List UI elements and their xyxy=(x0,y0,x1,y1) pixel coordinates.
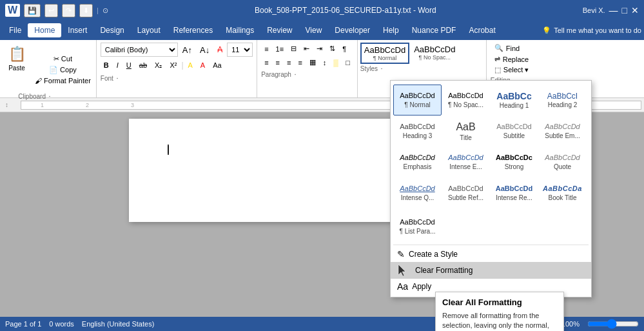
line-spacing-btn[interactable]: ↕ xyxy=(320,57,330,68)
style-cell-book-title[interactable]: AaBbCcDa Book Title xyxy=(538,177,587,208)
replace-btn[interactable]: ⇌ Replace xyxy=(491,54,534,65)
menu-layout[interactable]: Layout xyxy=(131,23,167,37)
style-cell-heading3-label: Heading 3 xyxy=(403,132,433,139)
quick-undo-btn[interactable]: ↩ xyxy=(44,4,58,17)
zoom-slider[interactable] xyxy=(587,319,639,328)
style-cell-emphasis-preview: AaBbCcDd xyxy=(400,154,434,162)
clear-formatting-action[interactable]: Clear Formatting xyxy=(391,262,591,279)
text-highlight-btn[interactable]: A xyxy=(185,58,196,72)
menu-review[interactable]: Review xyxy=(260,23,298,37)
style-normal[interactable]: AaBbCcDd ¶ Normal xyxy=(360,43,409,64)
col-btn[interactable]: ▦ xyxy=(306,56,319,68)
style-cell-emphasis[interactable]: AaBbCcDd Emphasis xyxy=(393,146,442,177)
select-label: Select ▾ xyxy=(503,66,529,74)
clear-formatting-cursor xyxy=(397,265,409,276)
font-row2: B I U ab X₂ X² | A A Aa xyxy=(101,58,253,72)
superscript-btn[interactable]: X² xyxy=(166,58,180,72)
styles-panel: AaBbCcDd ¶ Normal AaBbCcDd ¶ No Spac... … xyxy=(390,80,592,297)
style-cell-heading3[interactable]: AaBbCcDd Heading 3 xyxy=(393,115,442,146)
style-cell-normal[interactable]: AaBbCcDd ¶ Normal xyxy=(393,85,442,115)
maximize-btn[interactable]: □ xyxy=(622,5,627,15)
word-icon: W xyxy=(5,4,20,17)
style-cell-intense-q[interactable]: AaBbCcDd Intense Q... xyxy=(393,177,442,208)
align-left-btn[interactable]: ≡ xyxy=(261,57,271,68)
find-label: Find xyxy=(506,45,520,52)
find-btn[interactable]: 🔍 Find xyxy=(491,43,534,54)
style-cell-intense-e[interactable]: AaBbCcDd Intense E... xyxy=(442,146,490,177)
apply-icon: Aa xyxy=(397,281,408,292)
menu-nuance[interactable]: Nuance PDF xyxy=(405,23,463,37)
style-cell-quote[interactable]: AaBbCcDd Quote xyxy=(538,146,587,177)
font-color-btn[interactable]: A xyxy=(197,58,208,72)
case-btn[interactable]: Aa xyxy=(210,58,224,72)
menu-view[interactable]: View xyxy=(299,23,329,37)
font-family-select[interactable]: Calibri (Body) xyxy=(101,43,178,57)
bold-btn[interactable]: B xyxy=(101,58,112,72)
borders-btn[interactable]: □ xyxy=(342,57,353,68)
menu-mailings[interactable]: Mailings xyxy=(219,23,260,37)
customize-qat-btn[interactable]: ⬇ xyxy=(79,4,93,17)
sort-btn[interactable]: ⇅ xyxy=(326,43,338,55)
show-marks-btn[interactable]: ¶ xyxy=(339,43,349,55)
style-cell-heading1[interactable]: AaBbCc Heading 1 xyxy=(490,85,538,115)
create-style-action[interactable]: ✎ Create a Style xyxy=(391,246,591,262)
copy-btn[interactable]: 📄 Copy xyxy=(32,65,93,75)
tooltip-text: Remove all formatting from the selection… xyxy=(442,311,557,331)
minimize-btn[interactable]: — xyxy=(609,5,618,15)
menu-acrobat[interactable]: Acrobat xyxy=(462,23,502,37)
menu-help[interactable]: Help xyxy=(376,23,405,37)
close-btn[interactable]: ✕ xyxy=(631,5,639,15)
para-row2: ≡ ≡ ≡ ≡ ▦ ↕ ▒ □ xyxy=(261,56,353,68)
quick-redo-btn[interactable]: ↷ xyxy=(62,4,75,17)
bullets-btn[interactable]: ≡ xyxy=(261,43,271,55)
styles-grid: AaBbCcDd ¶ Normal AaBbCcDd ¶ No Spac... … xyxy=(391,83,591,210)
style-cell-no-space[interactable]: AaBbCcDd ¶ No Spac... xyxy=(442,85,490,115)
tooltip-title: Clear All Formatting xyxy=(442,297,557,307)
style-cell-intense-re[interactable]: AaBbCcDd Intense Re... xyxy=(490,177,538,208)
menu-bar: File Home Insert Design Layout Reference… xyxy=(0,21,644,40)
menu-file[interactable]: File xyxy=(3,23,28,37)
create-style-icon: ✎ xyxy=(397,249,405,259)
strikethrough-btn[interactable]: ab xyxy=(136,58,150,72)
decrease-indent-btn[interactable]: ⇤ xyxy=(300,43,313,55)
clear-format-font-btn[interactable]: A xyxy=(214,43,226,57)
increase-indent-btn[interactable]: ⇥ xyxy=(313,43,326,55)
quick-save-btn[interactable]: 💾 xyxy=(24,4,41,17)
font-label: Font ⬝ xyxy=(101,75,253,82)
select-btn[interactable]: ⬚ Select ▾ xyxy=(491,65,534,75)
font-grow-btn[interactable]: A↑ xyxy=(179,43,195,57)
menu-insert[interactable]: Insert xyxy=(61,23,93,37)
style-cell-subtle-em[interactable]: AaBbCcDd Subtle Em... xyxy=(538,115,587,146)
numbering-btn[interactable]: 1≡ xyxy=(273,43,288,55)
subscript-btn[interactable]: X₂ xyxy=(151,58,165,72)
font-shrink-btn[interactable]: A↓ xyxy=(197,43,213,57)
align-right-btn[interactable]: ≡ xyxy=(284,57,294,68)
style-cell-intense-q-preview: AaBbCcDd xyxy=(400,185,434,193)
justify-btn[interactable]: ≡ xyxy=(295,57,305,68)
underline-btn[interactable]: U xyxy=(123,58,135,72)
style-cell-strong[interactable]: AaBbCcDc Strong xyxy=(490,146,538,177)
style-cell-subtle-ref[interactable]: AaBbCcDd Subtle Ref... xyxy=(442,177,490,208)
cut-btn[interactable]: ✂ Cut xyxy=(32,54,93,64)
ruler-corner: ↕ xyxy=(5,101,18,108)
multilevel-btn[interactable]: ⊟ xyxy=(288,43,300,55)
list-para-row: AaBbCcDd ¶ List Para... xyxy=(391,210,591,243)
style-cell-subtitle[interactable]: AaBbCcDd Subtitle xyxy=(490,115,538,146)
style-no-space[interactable]: AaBbCcDd ¶ No Spac... xyxy=(411,43,458,64)
apply-label: Apply xyxy=(412,282,431,291)
tell-me-btn[interactable]: 💡 Tell me what you want to do xyxy=(542,26,641,35)
menu-references[interactable]: References xyxy=(167,23,219,37)
menu-developer[interactable]: Developer xyxy=(328,23,376,37)
paste-btn[interactable]: 📋 Paste xyxy=(3,43,31,73)
style-cell-title[interactable]: AaB Title xyxy=(442,115,490,146)
align-center-btn[interactable]: ≡ xyxy=(273,57,283,68)
qat-separator: | xyxy=(97,6,99,14)
menu-home[interactable]: Home xyxy=(28,23,61,37)
style-cell-heading2[interactable]: AaBbCcI Heading 2 xyxy=(538,85,587,115)
italic-btn[interactable]: I xyxy=(113,58,122,72)
shading-btn[interactable]: ▒ xyxy=(330,57,342,68)
format-painter-btn[interactable]: 🖌 Format Painter xyxy=(32,76,93,85)
style-cell-list-para[interactable]: AaBbCcDd ¶ List Para... xyxy=(393,211,442,242)
menu-design[interactable]: Design xyxy=(93,23,130,37)
font-size-select[interactable]: 11 xyxy=(227,43,253,57)
